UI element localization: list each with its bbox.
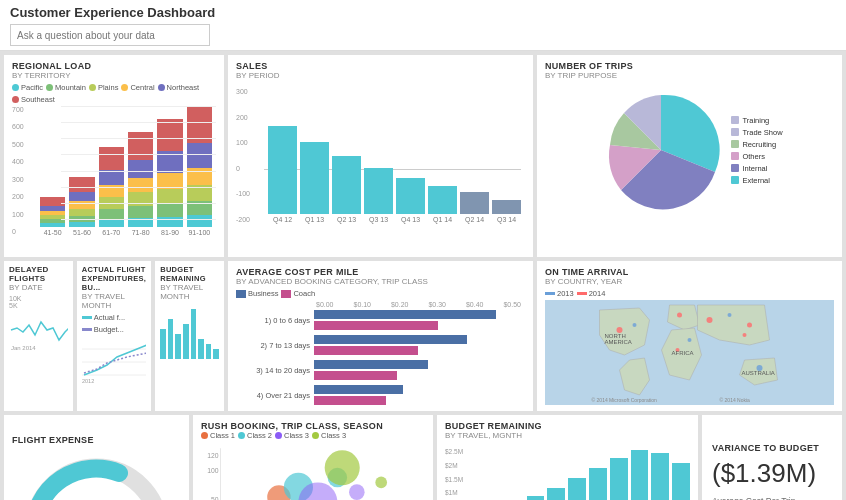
actual-flight-subtitle: BY TRAVEL MONTH bbox=[82, 292, 146, 310]
avg-cost-title: Average Cost Per Mile bbox=[236, 267, 525, 277]
svg-text:AFRICA: AFRICA bbox=[672, 350, 694, 356]
budget-remaining2-title: Budget Remaining bbox=[445, 421, 690, 431]
budget-remaining-card: Budget Remaining BY TRAVEL MONTH bbox=[155, 261, 224, 411]
sales-subtitle: BY PERIOD bbox=[236, 71, 525, 80]
num-trips-title: Number of Trips bbox=[545, 61, 834, 71]
num-trips-pie bbox=[596, 85, 726, 215]
on-time-title: On Time Arrival bbox=[545, 267, 834, 277]
num-trips-legend: Training Trade Show Recruiting Others In… bbox=[731, 116, 782, 185]
rush-booking-chart: 20 40 60 80 0 50 100 120 minutes bbox=[201, 442, 425, 500]
svg-text:50: 50 bbox=[211, 496, 219, 500]
actual-flight-chart: 2012 2014 bbox=[82, 335, 146, 385]
sales-title: Sales bbox=[236, 61, 525, 71]
flight-expense-card: Flight Expense 0 345 522 bbox=[4, 415, 189, 500]
variance-value: ($1.39M) bbox=[712, 459, 832, 488]
regional-load-subtitle: BY TERRITORY bbox=[12, 71, 216, 80]
actual-flight-card: Actual Flight Expenditures, Bu... BY TRA… bbox=[77, 261, 151, 411]
num-trips-card: Number of Trips BY TRIP PURPOSE bbox=[537, 55, 842, 257]
svg-point-7 bbox=[633, 323, 637, 327]
sales-card: Sales BY PERIOD 3002001000-100-200 Q4 12… bbox=[228, 55, 533, 257]
regional-load-title: Regional Load bbox=[12, 61, 216, 71]
delayed-flights-subtitle: BY DATE bbox=[9, 283, 68, 292]
svg-text:© 2014 Nokia: © 2014 Nokia bbox=[720, 397, 751, 403]
svg-point-11 bbox=[728, 313, 732, 317]
on-time-subtitle: BY COUNTRY, YEAR bbox=[545, 277, 834, 286]
budget-remaining2-subtitle: BY TRAVEL, MGNTH bbox=[445, 431, 690, 440]
delayed-flights-card: Delayed Flights BY DATE 10K5K Jan 2014 bbox=[4, 261, 73, 411]
svg-text:100: 100 bbox=[207, 467, 219, 474]
svg-text:2012: 2012 bbox=[82, 378, 94, 384]
delayed-flights-chart: Jan 2014 bbox=[9, 310, 68, 352]
svg-text:AMERICA: AMERICA bbox=[605, 339, 632, 345]
mini-cards-row: Delayed Flights BY DATE 10K5K Jan 2014 A… bbox=[4, 261, 224, 411]
regional-load-legend: Pacific Mountain Plains Central Northeas… bbox=[12, 83, 216, 104]
on-time-card: On Time Arrival BY COUNTRY, YEAR 2013 20… bbox=[537, 261, 842, 411]
delayed-flights-title: Delayed Flights bbox=[9, 265, 68, 283]
avg-cost-subtitle: BY ADVANCED BOOKING CATEGORY, TRIP CLASS bbox=[236, 277, 525, 286]
svg-point-10 bbox=[707, 317, 713, 323]
svg-point-42 bbox=[349, 484, 365, 500]
svg-text:AUSTRALIA: AUSTRALIA bbox=[742, 370, 775, 376]
budget-remaining-subtitle: BY TRAVEL MONTH bbox=[160, 283, 219, 301]
actual-flight-title: Actual Flight Expenditures, Bu... bbox=[82, 265, 146, 292]
svg-point-44 bbox=[375, 477, 387, 489]
svg-point-12 bbox=[747, 323, 752, 328]
svg-point-9 bbox=[688, 338, 692, 342]
svg-point-8 bbox=[677, 313, 682, 318]
regional-load-y-axis: 7006005004003002001000 bbox=[12, 106, 24, 235]
header: Customer Experience Dashboard bbox=[0, 0, 846, 51]
variance-avg-label: Average Cost Per Trip bbox=[712, 496, 832, 500]
page-title: Customer Experience Dashboard bbox=[10, 5, 836, 20]
flight-expense-title: Flight Expense bbox=[12, 435, 94, 445]
flight-expense-gauge: 0 345 522 bbox=[19, 445, 174, 501]
variance-title: Variance to Budget bbox=[712, 443, 832, 453]
svg-point-43 bbox=[325, 450, 360, 485]
svg-point-15 bbox=[743, 333, 747, 337]
budget-remaining2-card: Budget Remaining BY TRAVEL, MGNTH $2.5M$… bbox=[437, 415, 698, 500]
budget-remaining-title: Budget Remaining bbox=[160, 265, 219, 283]
svg-text:120: 120 bbox=[207, 452, 219, 459]
svg-text:© 2014 Microsoft Corporation: © 2014 Microsoft Corporation bbox=[592, 397, 658, 403]
regional-load-card: Regional Load BY TERRITORY Pacific Mount… bbox=[4, 55, 224, 257]
avg-cost-card: Average Cost Per Mile BY ADVANCED BOOKIN… bbox=[228, 261, 533, 411]
num-trips-subtitle: BY TRIP PURPOSE bbox=[545, 71, 834, 80]
on-time-map: NORTH AMERICA AFRICA AUSTRALIA © 2014 Mi… bbox=[545, 300, 834, 405]
rush-booking-title: Rush Booking, Trip Class, Season bbox=[201, 421, 425, 431]
rush-booking-card: Rush Booking, Trip Class, Season Class 1… bbox=[193, 415, 433, 500]
variance-card: Variance to Budget ($1.39M) Average Cost… bbox=[702, 415, 842, 500]
svg-text:Jan 2014: Jan 2014 bbox=[11, 345, 36, 351]
search-input[interactable] bbox=[10, 24, 210, 46]
